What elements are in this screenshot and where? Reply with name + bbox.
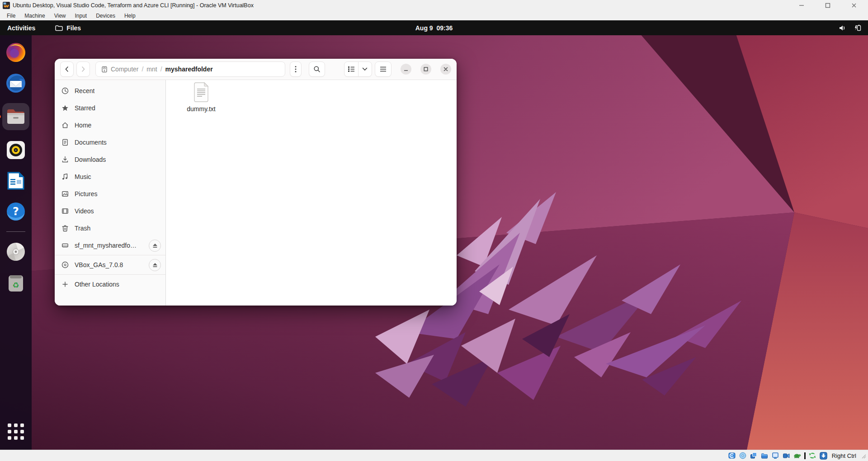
window-minimize-button[interactable] (401, 64, 411, 75)
search-button[interactable] (309, 61, 325, 77)
show-applications-button[interactable] (5, 421, 27, 442)
breadcrumb-separator: / (160, 66, 162, 73)
clock-button[interactable]: Aug 9 09:36 (411, 23, 457, 33)
text-file-icon (193, 82, 210, 103)
view-toggle-button (344, 61, 372, 77)
plus-icon (61, 281, 69, 288)
hard-disks-status-icon[interactable] (728, 452, 736, 460)
main-menu-button[interactable] (375, 61, 392, 77)
sidebar-item-label: Trash (75, 225, 90, 232)
window-maximize-button[interactable] (420, 64, 431, 75)
search-icon (313, 66, 321, 73)
file-item-dummy-txt[interactable]: dummy.txt (185, 82, 217, 113)
usb-status-icon[interactable] (772, 452, 779, 460)
hamburger-icon (380, 66, 387, 72)
sidebar-separator (55, 255, 165, 255)
star-icon (61, 104, 69, 112)
files-sidebar: Recent Starred Home (55, 80, 166, 306)
audio-status-icon[interactable] (750, 452, 758, 460)
file-name-label: dummy.txt (187, 105, 216, 113)
menu-view[interactable]: View (50, 12, 70, 20)
svg-text:?: ? (13, 205, 19, 218)
sidebar-item-pictures[interactable]: Pictures (55, 185, 165, 202)
mouse-integration-status-icon[interactable] (809, 452, 816, 460)
dock-trash-icon[interactable]: ♻ (5, 272, 27, 293)
list-view-button[interactable] (344, 62, 358, 76)
download-icon (61, 156, 69, 163)
sidebar-item-trash[interactable]: Trash (55, 220, 165, 237)
menu-devices[interactable]: Devices (92, 12, 119, 20)
breadcrumb-mnt[interactable]: mnt (146, 66, 157, 73)
vbox-window-title: Ubuntu Desktop, Visual Studio Code, Terr… (13, 2, 254, 9)
virtualbox-vm-icon (3, 2, 10, 9)
dock-optical-disc-icon[interactable] (5, 241, 27, 263)
breadcrumb-current-folder[interactable]: mysharedfolder (165, 66, 213, 73)
breadcrumb-computer[interactable]: Computer (111, 66, 138, 73)
eject-button-vbox-gas[interactable] (149, 259, 161, 271)
menu-machine[interactable]: Machine (20, 12, 49, 20)
shared-folders-status-icon[interactable] (783, 452, 790, 460)
dock-files-icon[interactable] (2, 103, 29, 130)
sidebar-item-home[interactable]: Home (55, 117, 165, 134)
host-maximize-button[interactable] (824, 1, 832, 9)
network-status-icon[interactable] (761, 452, 769, 460)
view-options-dropdown[interactable] (358, 62, 372, 76)
app-grid-icon (8, 423, 24, 440)
eject-button-shared-folder[interactable] (149, 240, 161, 252)
drive-icon (61, 242, 69, 249)
sidebar-item-videos[interactable]: Videos (55, 202, 165, 220)
sidebar-item-label: Starred (75, 104, 95, 112)
dock-firefox-icon[interactable] (5, 42, 27, 63)
sidebar-item-label: Pictures (75, 190, 98, 198)
sidebar-item-shared-folder-mount[interactable]: sf_mnt_mysharedfolder (55, 237, 165, 254)
sidebar-item-label: Music (75, 173, 91, 180)
picture-icon (61, 190, 69, 198)
dock-libreoffice-writer-icon[interactable] (5, 170, 27, 192)
eject-icon (152, 243, 158, 248)
forward-button[interactable] (76, 61, 90, 77)
sidebar-item-music[interactable]: Music (55, 168, 165, 185)
window-close-button[interactable] (440, 64, 451, 75)
system-status-area[interactable] (839, 24, 868, 32)
sidebar-item-label: Other Locations (75, 281, 119, 288)
files-content-area[interactable]: dummy.txt (166, 80, 457, 306)
sidebar-item-downloads[interactable]: Downloads (55, 151, 165, 168)
menu-file[interactable]: File (3, 12, 19, 20)
dock-help-icon[interactable]: ? (5, 201, 27, 222)
sidebar-item-label: Recent (75, 87, 94, 94)
host-close-button[interactable] (850, 1, 858, 9)
disc-icon (61, 261, 69, 268)
activities-button[interactable]: Activities (0, 23, 42, 33)
vm-screen: Activities Files Aug 9 09:36 (0, 20, 868, 450)
files-headerbar: Computer / mnt / mysharedfolder (55, 59, 457, 80)
focused-app-label: Files (66, 24, 81, 32)
host-key-status-icon[interactable] (820, 452, 827, 460)
sidebar-item-recent[interactable]: Recent (55, 82, 165, 99)
dock-thunderbird-icon[interactable] (5, 72, 27, 94)
dock-rhythmbox-icon[interactable] (5, 139, 27, 161)
sidebar-item-starred[interactable]: Starred (55, 99, 165, 117)
clock-icon (61, 87, 69, 94)
menu-help[interactable]: Help (120, 12, 140, 20)
home-icon (61, 122, 69, 129)
volume-icon (839, 24, 847, 32)
sidebar-item-label: sf_mnt_mysharedfolder (75, 242, 137, 249)
sidebar-item-documents[interactable]: Documents (55, 134, 165, 151)
dock: ? (0, 35, 32, 450)
back-button[interactable] (60, 61, 74, 77)
film-icon (61, 207, 69, 215)
gnome-topbar: Activities Files Aug 9 09:36 (0, 20, 868, 35)
list-view-icon (348, 66, 355, 72)
features-turtle-status-icon[interactable] (793, 452, 801, 460)
sidebar-item-vbox-gas[interactable]: VBox_GAs_7.0.8 (55, 256, 165, 273)
keyboard-caret-icon (804, 452, 806, 459)
files-window: Computer / mnt / mysharedfolder (55, 59, 457, 306)
resize-grip[interactable] (860, 453, 866, 459)
path-bar[interactable]: Computer / mnt / mysharedfolder (95, 61, 285, 77)
path-menu-button[interactable] (290, 61, 302, 77)
sidebar-item-other-locations[interactable]: Other Locations (55, 276, 165, 293)
host-minimize-button[interactable] (797, 1, 806, 9)
menu-input[interactable]: Input (71, 12, 91, 20)
optical-drives-status-icon[interactable] (739, 452, 747, 460)
focused-app-menu[interactable]: Files (55, 24, 81, 32)
